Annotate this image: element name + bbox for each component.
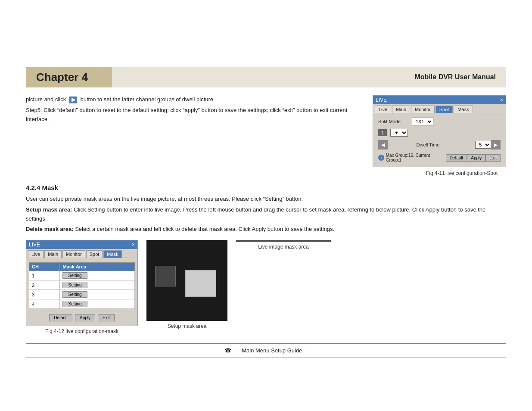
tab-spot[interactable]: Spot	[436, 106, 453, 113]
chapter-label: Chapter 4	[36, 71, 88, 84]
header-title-box: Mobile DVR User Manual	[112, 67, 506, 87]
phone-icon: ☎	[224, 347, 231, 354]
mask-tab-live[interactable]: Live	[28, 250, 44, 258]
live-dialog-title: LIVE ×	[373, 96, 506, 104]
split-mode-label: Split Mode	[378, 119, 408, 124]
tab-main[interactable]: Main	[392, 106, 410, 113]
chapter-box: Chapter 4	[26, 67, 112, 87]
info-icon: i	[378, 155, 384, 161]
live-mask-bottom	[236, 241, 331, 242]
footer-info-text: Max Group:16. Current Group:1	[386, 153, 446, 162]
apply-button[interactable]: Apply	[467, 154, 485, 162]
setup-mask-image	[146, 240, 227, 321]
exit-button[interactable]: Exit	[485, 154, 501, 162]
split-mode-select[interactable]: 1X1	[412, 118, 433, 125]
para3-text: Select a certain mask area and left clic…	[75, 226, 334, 232]
fig1-caption: Fig 4-11 live configuration-Spot	[426, 170, 498, 176]
nav-next[interactable]: ►	[491, 140, 501, 149]
number-box: 1	[378, 129, 387, 136]
mask-dialog-body: CH Mask Area 1 Setting 2 Setting	[26, 258, 137, 326]
manual-title: Mobile DVR User Manual	[415, 73, 496, 81]
nav-prev[interactable]: ◄	[378, 140, 388, 149]
table-row: 2 Setting	[29, 280, 135, 290]
dwell-select[interactable]: 5	[475, 141, 491, 149]
tab-live[interactable]: Live	[375, 106, 391, 113]
images-row: LIVE × Live Main Monitor Spot Mask CH Ma…	[26, 240, 506, 334]
col-mask: Mask Area	[60, 263, 135, 271]
mask-tab-monitor[interactable]: Monitor	[62, 250, 85, 258]
mask-default-btn[interactable]: Default	[49, 314, 72, 321]
split-mode-row: Split Mode 1X1	[378, 118, 501, 125]
col-ch: CH	[29, 263, 60, 271]
mask-apply-btn[interactable]: Apply	[75, 314, 95, 321]
fig2-caption: Fig 4-12 live configuration-mask	[45, 328, 118, 334]
mask-tab-main[interactable]: Main	[44, 250, 62, 258]
para2-bold: Setup mask area:	[26, 206, 72, 213]
mask-tab-mask[interactable]: Mask	[103, 250, 121, 258]
live-mask-col: Live image mask area	[236, 240, 331, 250]
para2-text: Click Setting button to enter into live …	[26, 206, 485, 222]
fig4-caption: Live image mask area	[258, 244, 308, 250]
table-row: 4 Setting	[29, 299, 135, 309]
mask-close[interactable]: ×	[132, 242, 135, 248]
setup-mask-col: Setup mask area	[146, 240, 227, 329]
number-row: 1 ▼	[378, 129, 501, 137]
section-424: 4.2.4 Mask User can setup private mask a…	[26, 184, 506, 234]
live-dialog-tabs: Live Main Monitor Spot Mask	[373, 104, 506, 113]
section-para3: Delete mask area: Select a certain mask …	[26, 225, 506, 234]
mask-table: CH Mask Area 1 Setting 2 Setting	[29, 262, 135, 309]
mask-rect-light	[185, 270, 216, 297]
bottom-left-panel	[236, 241, 283, 242]
table-row: 1 Setting	[29, 271, 135, 280]
mask-exit-btn[interactable]: Exit	[98, 314, 115, 321]
section-title: 4.2.4 Mask	[26, 184, 506, 191]
fig3-caption: Setup mask area	[168, 323, 207, 329]
live-dialog-close[interactable]: ×	[500, 97, 503, 103]
svg-marker-0	[72, 98, 76, 102]
number-select[interactable]: ▼	[390, 129, 408, 137]
top-left-panel	[236, 240, 283, 241]
mask-dialog: LIVE × Live Main Monitor Spot Mask CH Ma…	[26, 240, 138, 326]
live-dialog-body: Split Mode 1X1 1 ▼ ◄ Dwell Time 5 ►	[373, 113, 506, 167]
mask-dialog-title: LIVE ×	[26, 240, 137, 249]
nav-row: ◄ Dwell Time 5 ►	[378, 140, 501, 149]
page-header: Chapter 4 Mobile DVR User Manual	[26, 67, 506, 87]
setting-btn-2[interactable]: Setting	[62, 282, 87, 288]
para3-bold: Delete mask area:	[26, 226, 74, 232]
mask-footer: Default Apply Exit	[29, 311, 135, 324]
intro-text: picture and click button to set the latt…	[26, 95, 364, 125]
setting-btn-3[interactable]: Setting	[62, 291, 87, 298]
table-row: 3 Setting	[29, 290, 135, 299]
setting-btn-4[interactable]: Setting	[62, 301, 87, 307]
tab-mask[interactable]: Mask	[454, 106, 473, 113]
section-para1: User can setup private mask areas on the…	[26, 195, 506, 204]
intro-line1: picture and click button to set the latt…	[26, 95, 364, 104]
intro-line2: Step5: Click “default” button to reset t…	[26, 106, 364, 124]
mask-tab-spot[interactable]: Spot	[86, 250, 103, 258]
mask-rect-dark	[155, 266, 176, 286]
mask-dialog-tabs: Live Main Monitor Spot Mask	[26, 249, 137, 258]
tab-monitor[interactable]: Monitor	[411, 106, 435, 113]
dwell-label: Dwell Time	[417, 142, 447, 147]
default-button[interactable]: Default	[446, 154, 467, 162]
live-footer: i Max Group:16. Current Group:1 Default …	[378, 153, 501, 162]
footer-info: i Max Group:16. Current Group:1	[378, 153, 446, 162]
footer-text: ---Main Menu Setup Guide---	[236, 347, 308, 354]
live-dialog: LIVE × Live Main Monitor Spot Mask Split…	[373, 95, 506, 167]
live-mask-image	[236, 240, 331, 242]
fig1-caption-row: Fig 4-11 live configuration-Spot	[26, 170, 506, 176]
content-row: picture and click button to set the latt…	[26, 95, 506, 167]
bottom-section: ☎ ---Main Menu Setup Guide---	[26, 343, 506, 358]
bottom-right-panel	[283, 241, 331, 242]
setting-btn-1[interactable]: Setting	[62, 272, 87, 279]
section-para2: Setup mask area: Click Setting button to…	[26, 206, 506, 224]
mask-dialog-col: LIVE × Live Main Monitor Spot Mask CH Ma…	[26, 240, 138, 334]
